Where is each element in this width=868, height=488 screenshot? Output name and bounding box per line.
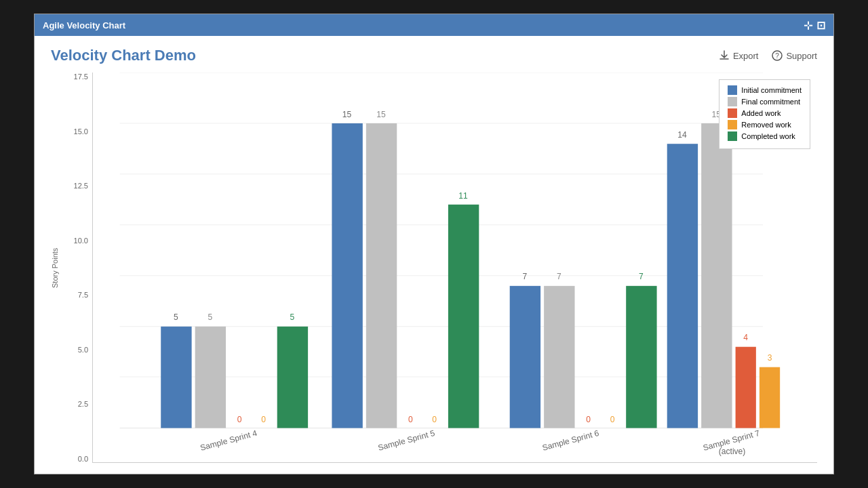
legend-item-final: Final commitment xyxy=(728,97,802,106)
bar-s4-final xyxy=(195,327,226,428)
bar-s6-initial xyxy=(510,286,540,428)
legend-item-added: Added work xyxy=(728,108,802,118)
svg-text:0: 0 xyxy=(261,415,266,424)
chart-body: 17.5 15.0 12.5 10.0 7.5 5.0 2.5 0.0 xyxy=(62,73,817,463)
header-actions: Export ? Support xyxy=(719,50,817,61)
svg-text:0: 0 xyxy=(432,415,437,424)
legend-item-removed: Removed work xyxy=(728,120,802,129)
legend-color-added xyxy=(728,108,737,118)
y-axis-ticks: 17.5 15.0 12.5 10.0 7.5 5.0 2.5 0.0 xyxy=(62,73,92,463)
bar-s4-completed xyxy=(277,327,308,428)
legend-label-final: Final commitment xyxy=(741,98,800,106)
svg-text:4: 4 xyxy=(743,333,748,342)
legend-label-added: Added work xyxy=(741,109,781,117)
svg-text:Sample Sprint 6: Sample Sprint 6 xyxy=(541,428,600,453)
svg-text:0: 0 xyxy=(237,415,242,424)
legend-color-completed xyxy=(728,131,737,141)
legend-item-initial: Initial commitment xyxy=(728,85,802,95)
titlebar-controls: ⊹ ⊡ xyxy=(804,19,825,32)
svg-text:0: 0 xyxy=(408,415,413,424)
export-icon xyxy=(719,50,730,61)
chart-legend: Initial commitment Final commitment Adde… xyxy=(719,79,810,149)
bar-s6-completed xyxy=(626,286,656,428)
app-window: Agile Velocity Chart ⊹ ⊡ Velocity Chart … xyxy=(34,14,834,474)
svg-text:11: 11 xyxy=(458,191,468,201)
titlebar-title: Agile Velocity Chart xyxy=(43,20,125,30)
svg-text:3: 3 xyxy=(768,353,772,363)
legend-label-completed: Completed work xyxy=(741,132,795,140)
content-area: Velocity Chart Demo Export ? Support Sto… xyxy=(35,36,833,474)
legend-color-removed xyxy=(728,120,737,129)
page-header: Velocity Chart Demo Export ? Support xyxy=(51,47,817,64)
bar-s7-initial xyxy=(667,144,698,428)
bar-s7-added xyxy=(736,347,756,428)
svg-text:7: 7 xyxy=(557,272,561,281)
bar-s7-final xyxy=(701,123,732,428)
svg-text:Sample Sprint 5: Sample Sprint 5 xyxy=(377,428,436,453)
bar-s5-completed xyxy=(448,205,479,428)
legend-item-completed: Completed work xyxy=(728,131,802,141)
bar-s7-removed xyxy=(760,367,780,428)
support-icon: ? xyxy=(772,50,783,61)
bar-s6-final xyxy=(544,286,574,428)
bar-s5-initial xyxy=(332,123,362,428)
chart-inner: 17.5 15.0 12.5 10.0 7.5 5.0 2.5 0.0 xyxy=(62,73,817,463)
svg-text:5: 5 xyxy=(208,312,212,322)
restore-icon[interactable]: ⊡ xyxy=(816,19,825,32)
page-title: Velocity Chart Demo xyxy=(51,47,196,64)
svg-text:5: 5 xyxy=(174,312,178,322)
export-button[interactable]: Export xyxy=(719,50,759,61)
support-button[interactable]: ? Support xyxy=(772,50,817,61)
svg-text:(active): (active) xyxy=(719,447,746,456)
bar-s4-initial xyxy=(161,327,191,428)
move-icon[interactable]: ⊹ xyxy=(804,19,812,32)
legend-color-final xyxy=(728,97,737,106)
legend-label-removed: Removed work xyxy=(741,121,791,129)
svg-text:7: 7 xyxy=(523,272,528,281)
svg-text:0: 0 xyxy=(586,415,591,424)
chart-wrapper: Story Points 17.5 15.0 12.5 10.0 7.5 5.0… xyxy=(51,73,817,463)
svg-text:0: 0 xyxy=(610,415,615,424)
plot-area: 5 5 0 0 5 xyxy=(92,73,817,463)
svg-text:?: ? xyxy=(776,52,780,60)
legend-label-initial: Initial commitment xyxy=(741,86,802,94)
titlebar: Agile Velocity Chart ⊹ ⊡ xyxy=(35,14,833,36)
chart-svg: 5 5 0 0 5 xyxy=(93,73,817,462)
svg-text:15: 15 xyxy=(342,110,352,119)
y-axis-label: Story Points xyxy=(51,73,59,463)
svg-text:5: 5 xyxy=(290,312,295,322)
svg-text:7: 7 xyxy=(639,272,644,281)
svg-text:15: 15 xyxy=(376,110,386,119)
svg-text:14: 14 xyxy=(677,130,687,140)
legend-color-initial xyxy=(728,85,737,95)
svg-text:Sample Sprint 4: Sample Sprint 4 xyxy=(199,428,258,453)
bar-s5-final xyxy=(366,123,397,428)
